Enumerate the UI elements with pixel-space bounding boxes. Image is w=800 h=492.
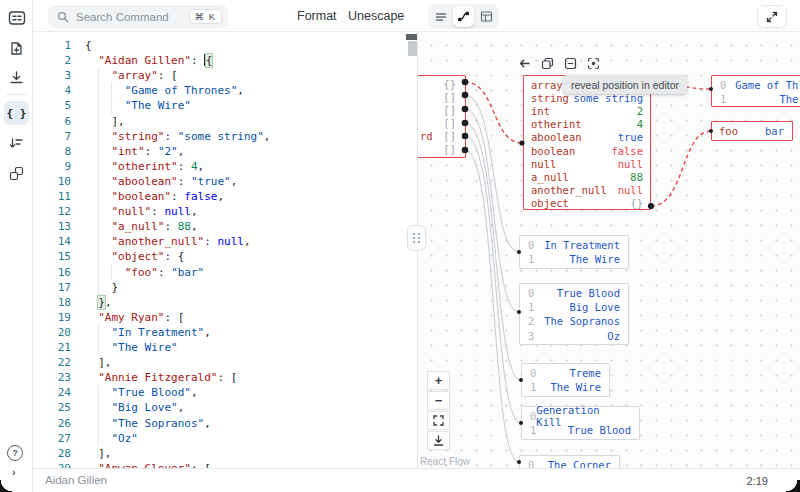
unescape-button[interactable]: Unescape <box>348 9 404 23</box>
code-line: "another_null": null, <box>85 234 251 249</box>
array-value: The Corner <box>548 459 611 468</box>
node-row: 3Oz <box>520 329 628 343</box>
node-key: int <box>531 105 550 117</box>
new-document-icon[interactable] <box>7 39 26 58</box>
code-area[interactable]: { "Aidan Gillen": { "array": [ "Game of … <box>33 32 417 468</box>
node-duplicate-icon[interactable] <box>540 56 554 70</box>
array-value: In Treatment <box>544 239 620 251</box>
node-focus-icon[interactable] <box>586 56 600 70</box>
graph-node-array[interactable]: 0Treme1The Wire <box>521 363 610 397</box>
tooltip: reveal position in editor <box>563 75 687 94</box>
collapse-sidebar-icon[interactable]: › <box>12 466 16 478</box>
code-line: } <box>85 280 118 295</box>
search-icon <box>57 11 69 23</box>
node-key: null <box>531 158 556 170</box>
app-logo-icon[interactable] <box>7 8 26 27</box>
array-index: 0 <box>528 459 534 468</box>
node-value: 2 <box>637 105 643 117</box>
node-row: a_null88 <box>524 170 650 183</box>
node-toolbar <box>517 56 600 70</box>
code-line: ], <box>85 355 112 370</box>
array-index: 1 <box>530 381 536 393</box>
overview-ruler-cursor-mark <box>406 34 417 40</box>
node-row: 0The Corner <box>520 458 619 468</box>
node-value: null <box>618 158 643 170</box>
node-row: abooleantrue <box>524 131 650 144</box>
node-key-fragment: rd <box>420 130 433 143</box>
node-key: another_null <box>531 184 607 196</box>
download-image-button[interactable] <box>427 431 450 450</box>
fit-view-button[interactable] <box>427 411 450 430</box>
array-index: 0 <box>528 287 534 299</box>
node-key: a_null <box>531 171 569 183</box>
editor-scrollbar[interactable] <box>408 41 417 56</box>
node-key: aboolean <box>531 131 582 143</box>
node-row: otherint4 <box>524 118 650 131</box>
graph-node-root-object[interactable]: {}[][][]rd[][] <box>418 75 466 158</box>
node-row: 0Generation Kill <box>522 409 639 423</box>
node-type-symbol: [] <box>443 130 456 143</box>
zoom-in-button[interactable]: + <box>427 371 450 390</box>
format-button[interactable]: Format <box>297 9 337 23</box>
code-line: "Aidan Gillen": { <box>85 53 212 68</box>
tab-table-view[interactable] <box>476 6 497 27</box>
graph-canvas[interactable]: {}[][][]rd[][] arraystringsome stringint… <box>418 32 800 468</box>
node-row: {} <box>418 78 465 91</box>
json-visualizer-app: { } ? › Search Command ⌘ K Format <box>0 0 800 492</box>
code-line: "foo": "bar" <box>85 265 204 280</box>
array-value: Game of Thrones <box>735 79 800 91</box>
sidebar-divider <box>6 94 27 95</box>
topbar: Search Command ⌘ K Format Unescape <box>33 0 800 32</box>
code-line: "string": "some string", <box>85 129 270 144</box>
array-value: Big Love <box>569 301 620 313</box>
node-row: 1Big Love <box>520 300 628 314</box>
screen-corner <box>0 480 12 492</box>
graph-node-array[interactable]: 0The Corner <box>519 455 620 468</box>
tab-graph-view[interactable] <box>453 6 474 27</box>
statusbar: Aidan Gillen 2:19 <box>33 468 800 492</box>
array-index: 1 <box>528 253 534 265</box>
graph-node-array[interactable]: 0Generation Kill1True Blood <box>521 406 640 440</box>
code-line: "The Wire" <box>85 98 191 113</box>
node-row: 2The Sopranos <box>520 314 628 328</box>
graph-node-array[interactable]: 0In Treatment1The Wire <box>519 235 629 269</box>
node-row: 1The Wire <box>712 92 800 106</box>
array-value: The Wire <box>779 93 800 105</box>
code-line: "Annie Fitzgerald": [ <box>85 370 237 385</box>
node-row: booleanfalse <box>524 144 650 157</box>
panel-resize-handle[interactable] <box>407 225 426 251</box>
node-value: null <box>618 184 643 196</box>
node-collapse-icon[interactable] <box>563 56 577 70</box>
graph-node-selected-object[interactable]: arraystringsome stringint2otherint4abool… <box>523 75 651 210</box>
code-line: "Game of Thrones", <box>85 83 244 98</box>
node-type-symbol: [] <box>443 117 456 130</box>
node-key: otherint <box>531 118 582 130</box>
node-row: 0Game of Thrones <box>712 78 800 92</box>
sidebar-item-json-editor[interactable]: { } <box>4 101 29 125</box>
graph-node-array[interactable]: 0Game of Thrones1The Wire <box>711 75 800 107</box>
tab-text-view[interactable] <box>430 6 451 27</box>
array-index: 0 <box>720 79 726 91</box>
zoom-out-button[interactable]: − <box>427 391 450 410</box>
code-line: }, <box>85 295 112 310</box>
search-input[interactable]: Search Command ⌘ K <box>48 5 228 28</box>
graph-node-foo-object[interactable]: foo bar <box>711 121 793 141</box>
code-line: ], <box>85 114 125 129</box>
array-value: Treme <box>569 367 601 379</box>
graph-node-array[interactable]: 0True Blood1Big Love2The Sopranos3Oz <box>519 283 629 345</box>
node-row: [] <box>418 143 465 156</box>
transform-tools-icon[interactable] <box>7 164 26 183</box>
sort-filter-icon[interactable] <box>7 134 26 153</box>
array-index: 1 <box>530 424 536 436</box>
help-icon[interactable]: ? <box>7 445 23 461</box>
node-back-icon[interactable] <box>517 56 531 70</box>
node-row: [] <box>418 91 465 104</box>
fullscreen-button[interactable] <box>757 5 787 28</box>
code-line: "otherint": 4, <box>85 159 204 174</box>
node-row: 1The Wire <box>522 380 609 394</box>
node-row: nullnull <box>524 157 650 170</box>
node-row: int2 <box>524 104 650 117</box>
download-icon[interactable] <box>7 68 26 87</box>
selection-path: Aidan Gillen <box>45 474 107 486</box>
node-row: foo bar <box>712 124 792 138</box>
